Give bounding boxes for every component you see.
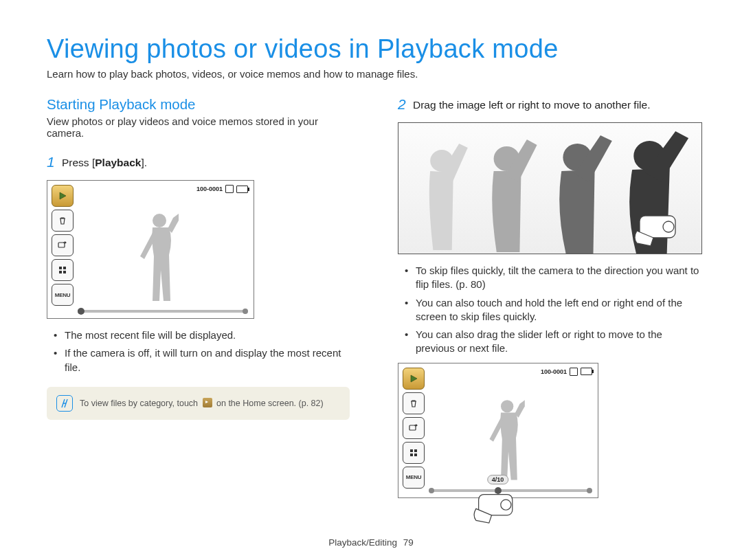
svg-rect-3 bbox=[63, 267, 66, 269]
sd-card-icon bbox=[225, 185, 234, 193]
page-footer: Playback/Editing 79 bbox=[0, 537, 742, 548]
camera-screen-2: MENU 100-0001 bbox=[398, 363, 598, 498]
slider-counter: 4/10 bbox=[487, 475, 509, 484]
note-text: To view files by category, touch on the … bbox=[80, 398, 324, 408]
camera-in-hand-icon bbox=[471, 489, 525, 525]
album-icon bbox=[203, 398, 212, 407]
battery-icon bbox=[236, 186, 248, 193]
menu-button[interactable]: MENU bbox=[52, 284, 74, 306]
svg-rect-16 bbox=[414, 449, 417, 452]
note-box: To view files by category, touch on the … bbox=[47, 387, 350, 420]
camera-screen-1: MENU 100-0001 bbox=[47, 180, 254, 319]
step-1-prefix: Press [ bbox=[62, 157, 95, 168]
step-1-bold: Playback bbox=[95, 157, 141, 168]
step-1-bullets: The most recent file will be displayed. … bbox=[54, 328, 350, 374]
step-2: 2 Drag the image left or right to move t… bbox=[398, 96, 701, 113]
step-1-suffix: ]. bbox=[141, 157, 147, 168]
grid-icon[interactable] bbox=[403, 442, 425, 464]
svg-rect-1 bbox=[58, 243, 65, 247]
svg-marker-13 bbox=[411, 375, 417, 382]
share-icon[interactable] bbox=[52, 234, 74, 256]
step-2-bullets: To skip files quickly, tilt the camera t… bbox=[405, 264, 701, 356]
file-counter: 100-0001 bbox=[196, 186, 223, 192]
list-item: To skip files quickly, tilt the camera t… bbox=[405, 264, 701, 292]
share-icon[interactable] bbox=[403, 417, 425, 439]
step-2-text: Drag the image left or right to move to … bbox=[413, 99, 650, 111]
svg-marker-0 bbox=[60, 192, 66, 199]
page-title: Viewing photos or videos in Playback mod… bbox=[47, 34, 701, 64]
left-column: Starting Playback mode View photos or pl… bbox=[47, 96, 350, 498]
trash-icon[interactable] bbox=[52, 210, 74, 232]
right-column: 2 Drag the image left or right to move t… bbox=[398, 96, 701, 498]
note-icon bbox=[56, 395, 73, 412]
section-title: Starting Playback mode bbox=[47, 96, 350, 113]
camera-status-bar: 100-0001 bbox=[196, 185, 248, 193]
battery-icon bbox=[581, 368, 592, 375]
note-prefix: To view files by category, touch bbox=[80, 399, 201, 408]
trash-icon[interactable] bbox=[403, 392, 425, 414]
note-suffix: on the Home screen. (p. 82) bbox=[214, 399, 324, 408]
section-subtitle: View photos or play videos and voice mem… bbox=[47, 115, 350, 139]
photo-silhouette bbox=[120, 208, 202, 304]
svg-rect-5 bbox=[63, 271, 66, 273]
camera-status-bar: 100-0001 bbox=[541, 368, 592, 376]
step-1-number: 1 bbox=[47, 154, 55, 170]
footer-section: Playback/Editing bbox=[328, 537, 397, 548]
svg-point-6 bbox=[153, 214, 166, 227]
step-2-number: 2 bbox=[398, 96, 406, 112]
step-1: 1 Press [Playback]. bbox=[47, 154, 350, 170]
photo-silhouette bbox=[471, 394, 546, 484]
list-item: If the camera is off, it will turn on an… bbox=[54, 346, 350, 374]
camera-side-buttons: MENU bbox=[403, 368, 426, 493]
camera-side-buttons: MENU bbox=[52, 185, 75, 314]
svg-point-19 bbox=[501, 400, 513, 412]
list-item: You can also touch and hold the left end… bbox=[405, 296, 701, 324]
svg-rect-14 bbox=[409, 425, 416, 430]
play-button-icon[interactable] bbox=[403, 368, 425, 390]
slider-track[interactable] bbox=[79, 310, 247, 313]
menu-button[interactable]: MENU bbox=[403, 467, 425, 489]
play-button-icon[interactable] bbox=[52, 185, 74, 207]
file-counter: 100-0001 bbox=[541, 368, 567, 375]
svg-rect-4 bbox=[59, 271, 62, 273]
page-subtitle: Learn how to play back photos, videos, o… bbox=[47, 68, 701, 80]
grid-icon[interactable] bbox=[52, 259, 74, 281]
drag-illustration bbox=[398, 122, 702, 254]
svg-rect-15 bbox=[410, 449, 413, 452]
footer-page-number: 79 bbox=[403, 537, 414, 548]
svg-rect-17 bbox=[410, 453, 413, 456]
slider-knob[interactable] bbox=[78, 308, 85, 315]
camera-in-hand-icon bbox=[633, 210, 688, 248]
list-item: You can also drag the slider left or rig… bbox=[405, 328, 701, 356]
svg-rect-2 bbox=[59, 267, 62, 269]
sd-card-icon bbox=[570, 368, 578, 376]
svg-rect-18 bbox=[414, 453, 417, 456]
list-item: The most recent file will be displayed. bbox=[54, 328, 350, 342]
